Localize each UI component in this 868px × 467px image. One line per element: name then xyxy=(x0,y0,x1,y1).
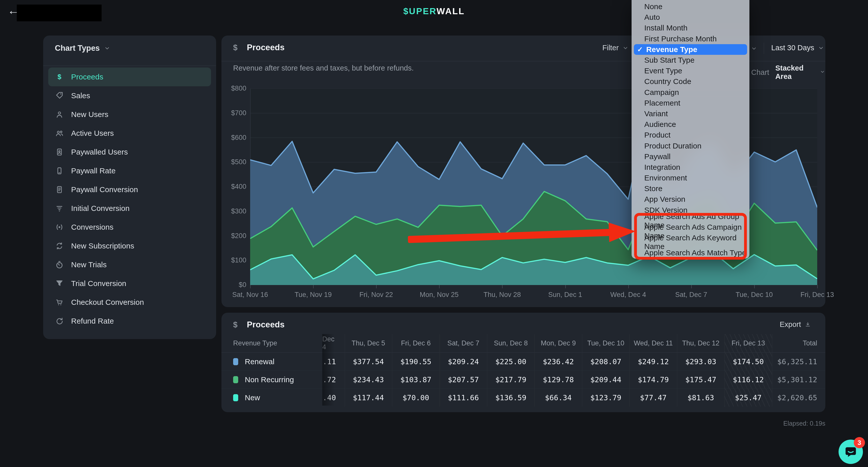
column-header-wed-dec-11: Wed, Dec 11 xyxy=(629,334,677,353)
y-axis-tick-label: $600 xyxy=(221,134,246,142)
menu-item-sub-start-type[interactable]: Sub Start Type xyxy=(631,55,749,65)
check-icon: ✓ xyxy=(637,45,643,54)
person-icon xyxy=(55,110,64,119)
annotation-red-box xyxy=(634,213,747,260)
menu-item-environment[interactable]: Environment xyxy=(631,173,749,183)
doc-lines-icon xyxy=(55,185,64,194)
menu-item-revenue-type[interactable]: ✓Revenue Type xyxy=(634,44,747,55)
sidebar-item-refund-rate[interactable]: Refund Rate xyxy=(48,312,211,330)
sidebar-item-label: Paywall Conversion xyxy=(71,185,138,194)
x-axis-tick-label: Sat, Nov 16 xyxy=(232,291,268,299)
chart-type-select[interactable]: Chart Stacked Area xyxy=(751,64,825,81)
menu-item-label: Install Month xyxy=(644,24,687,32)
card-person-icon xyxy=(55,147,64,157)
annotation-red-arrow xyxy=(406,216,638,254)
sidebar-item-label: Trial Conversion xyxy=(71,279,126,288)
menu-item-campaign[interactable]: Campaign xyxy=(631,87,749,98)
x-axis-tick-label: Fri, Nov 22 xyxy=(359,291,393,299)
table-cell: $175.47 xyxy=(677,371,724,389)
table-cell: $377.54 xyxy=(345,353,392,371)
tag-icon xyxy=(55,91,64,100)
sidebar-item-label: Sales xyxy=(71,91,90,100)
menu-item-install-month[interactable]: Install Month xyxy=(631,23,749,33)
x-axis-tick xyxy=(250,285,251,288)
header-divider xyxy=(764,43,764,54)
x-axis-tick-label: Tue, Nov 19 xyxy=(294,291,332,299)
table-row-label-new: New xyxy=(221,389,322,407)
y-axis-tick-label: $200 xyxy=(221,232,246,240)
x-axis-tick xyxy=(439,285,440,288)
table-row-label-renewal: Renewal xyxy=(221,353,322,371)
sidebar-item-trial-conversion[interactable]: Trial Conversion xyxy=(48,274,211,293)
elapsed-time: Elapsed: 0.19s xyxy=(0,420,825,427)
menu-item-product[interactable]: Product xyxy=(631,130,749,140)
export-label: Export xyxy=(780,320,801,329)
x-axis-tick xyxy=(754,285,755,288)
column-header-dec-4: Dec 4 xyxy=(322,334,345,353)
sidebar-item-checkout-conversion[interactable]: Checkout Conversion xyxy=(48,293,211,312)
menu-item-label: None xyxy=(644,2,662,11)
menu-item-store[interactable]: Store xyxy=(631,183,749,194)
menu-item-label: Country Code xyxy=(644,77,691,86)
row-label: Renewal xyxy=(245,357,275,366)
menu-item-product-duration[interactable]: Product Duration xyxy=(631,140,749,151)
export-button[interactable]: Export xyxy=(780,320,811,329)
menu-item-event-type[interactable]: Event Type xyxy=(631,65,749,76)
sidebar-item-conversions[interactable]: Conversions xyxy=(48,218,211,237)
menu-item-auto[interactable]: Auto xyxy=(631,12,749,23)
sidebar-item-paywall-rate[interactable]: Paywall Rate xyxy=(48,161,211,180)
refresh-icon xyxy=(55,316,64,326)
table-cell: 5.11 xyxy=(322,353,345,371)
menu-item-paywall[interactable]: Paywall xyxy=(631,151,749,162)
menu-item-first-purchase-month[interactable]: First Purchase Month xyxy=(631,34,749,44)
table-cell: $66.34 xyxy=(534,389,582,407)
sidebar-item-initial-conversion[interactable]: Initial Conversion xyxy=(48,199,211,218)
group-by-chevron-down-icon[interactable] xyxy=(751,45,757,52)
menu-item-country-code[interactable]: Country Code xyxy=(631,76,749,87)
sidebar-item-new-users[interactable]: New Users xyxy=(48,105,211,124)
column-header-fri-dec-13: Fri, Dec 13 xyxy=(724,334,772,353)
table-cell: $293.03 xyxy=(677,353,724,371)
chevron-down-icon xyxy=(104,45,111,52)
menu-item-label: Auto xyxy=(644,13,660,22)
table-cell-total: $5,301.12 xyxy=(772,371,825,389)
table-cell: $209.24 xyxy=(440,353,487,371)
sidebar-item-active-users[interactable]: Active Users xyxy=(48,124,211,143)
filter-button[interactable]: Filter xyxy=(602,44,629,52)
chevron-down-icon xyxy=(820,69,825,76)
column-header-total: Total xyxy=(772,334,825,353)
menu-item-label: Sub Start Type xyxy=(644,56,694,64)
superwall-logo: $UPERWALL xyxy=(403,6,465,16)
sidebar-item-paywalled-users[interactable]: Paywalled Users xyxy=(48,143,211,161)
lines-shrink-icon xyxy=(55,204,64,213)
sidebar-item-label: New Users xyxy=(71,110,108,119)
chat-launcher-button[interactable]: 3 xyxy=(839,440,863,464)
sidebar-item-new-subscriptions[interactable]: New Subscriptions xyxy=(48,237,211,255)
x-axis-tick-label: Thu, Nov 28 xyxy=(484,291,521,299)
menu-item-label: First Purchase Month xyxy=(644,35,717,43)
table-cell: $77.47 xyxy=(629,389,677,407)
table-cell: $136.59 xyxy=(487,389,534,407)
menu-item-audience[interactable]: Audience xyxy=(631,119,749,130)
sidebar-item-proceeds[interactable]: $Proceeds xyxy=(48,68,211,86)
logo-rest: WALL xyxy=(437,6,465,16)
sidebar-item-sales[interactable]: Sales xyxy=(48,86,211,105)
sidebar-item-new-trials[interactable]: New Trials xyxy=(48,255,211,274)
table-cell: $236.42 xyxy=(534,353,582,371)
table-cell: $234.43 xyxy=(345,371,392,389)
chevron-down-icon xyxy=(622,45,629,51)
table-cell: $190.55 xyxy=(392,353,440,371)
table-panel-header: $ Proceeds Export xyxy=(221,313,825,334)
menu-item-none[interactable]: None xyxy=(631,1,749,12)
menu-item-variant[interactable]: Variant xyxy=(631,108,749,119)
menu-item-integration[interactable]: Integration xyxy=(631,162,749,173)
sidebar-item-paywall-conversion[interactable]: Paywall Conversion xyxy=(48,180,211,199)
table-cell: $70.00 xyxy=(392,389,440,407)
date-range-button[interactable]: Last 30 Days xyxy=(771,44,824,52)
chart-type-label: Chart xyxy=(751,68,769,77)
menu-item-app-version[interactable]: App Version xyxy=(631,194,749,205)
sidebar-header[interactable]: Chart Types xyxy=(43,36,216,66)
menu-item-placement[interactable]: Placement xyxy=(631,98,749,108)
menu-item-label: Campaign xyxy=(644,88,679,97)
dollar-icon: $ xyxy=(233,43,238,52)
